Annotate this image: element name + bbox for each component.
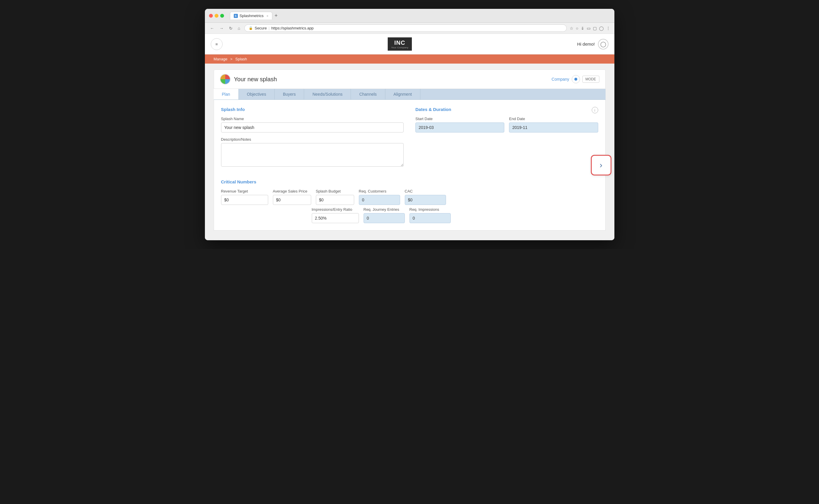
toggle-button[interactable]: [572, 75, 580, 83]
tab-plan[interactable]: Plan: [214, 89, 239, 100]
header-user-area: Hi demo! ◯: [577, 39, 608, 49]
splash-icon: [220, 74, 231, 84]
cac-label: CAC: [405, 189, 446, 193]
tab-objectives[interactable]: Objectives: [239, 89, 275, 100]
splash-budget-field: Splash Budget: [316, 189, 354, 205]
tab-close-icon[interactable]: ×: [266, 14, 268, 18]
page-controls: Company MODE: [552, 75, 599, 83]
req-journey-entries-field: Req. Journey Entries: [364, 207, 405, 223]
tab-needs-solutions-label: Needs/Solutions: [312, 92, 342, 97]
impressions-ratio-input[interactable]: [312, 213, 359, 223]
req-customers-field: Req. Customers: [359, 189, 400, 205]
tab-needs-solutions[interactable]: Needs/Solutions: [304, 89, 351, 100]
splash-budget-input[interactable]: [316, 195, 354, 205]
req-impressions-input[interactable]: [409, 213, 451, 223]
req-journey-entries-input[interactable]: [364, 213, 405, 223]
tab-channels[interactable]: Channels: [351, 89, 385, 100]
breadcrumb-manage-link[interactable]: Manage: [214, 57, 228, 61]
tab-title: Splashmetrics: [240, 14, 264, 18]
req-impressions-field: Req. Impressions: [409, 207, 451, 223]
req-customers-input[interactable]: [359, 195, 400, 205]
secure-label: Secure: [255, 26, 267, 30]
req-customers-label: Req. Customers: [359, 189, 400, 193]
breadcrumb: Manage > Splash: [205, 54, 614, 64]
active-tab[interactable]: S Splashmetrics ×: [230, 12, 272, 19]
tab-buyers-label: Buyers: [283, 92, 296, 97]
toggle-dot: [574, 78, 577, 81]
splash-info-section: Splash Info Splash Name Description/Note…: [221, 107, 404, 172]
forward-button[interactable]: →: [218, 25, 225, 31]
start-date-label: Start Date: [415, 117, 504, 121]
tab-alignment[interactable]: Alignment: [385, 89, 420, 100]
splash-name-field-group: Splash Name: [221, 117, 404, 132]
new-tab-button[interactable]: +: [275, 13, 278, 18]
dates-section: Dates & Duration Start Date End Date: [415, 107, 598, 172]
next-chevron-icon: ›: [600, 160, 602, 170]
tab-navigation: Plan Objectives Buyers Needs/Solutions C…: [214, 89, 606, 100]
page-title-area: Your new splash: [220, 74, 277, 84]
hamburger-icon: ≡: [215, 42, 218, 47]
tab-buyers[interactable]: Buyers: [275, 89, 304, 100]
address-field[interactable]: 🔒 Secure | https://splashmetrics.app: [244, 24, 567, 32]
splash-name-label: Splash Name: [221, 117, 404, 121]
extension-icon[interactable]: ○: [576, 26, 578, 31]
close-traffic-light[interactable]: [209, 14, 213, 18]
avg-sales-price-field: Average Sales Price: [273, 189, 311, 205]
download-icon[interactable]: ⇓: [581, 26, 584, 31]
user-profile-icon[interactable]: ◯: [599, 26, 604, 31]
address-divider: |: [268, 26, 269, 30]
form-container: i Splash Info Splash Name Description/No…: [214, 100, 606, 231]
tab-channels-label: Channels: [359, 92, 377, 97]
cac-field: CAC: [405, 189, 446, 205]
maximize-traffic-light[interactable]: [220, 14, 224, 18]
reload-button[interactable]: ↻: [228, 25, 234, 31]
breadcrumb-separator: >: [230, 57, 233, 61]
description-label: Description/Notes: [221, 137, 404, 142]
info-icon[interactable]: i: [592, 107, 598, 113]
main-content: Your new splash Company MODE Plan Object…: [205, 64, 614, 240]
end-date-input[interactable]: [509, 122, 598, 132]
star-icon[interactable]: ☆: [570, 26, 573, 31]
minimize-traffic-light[interactable]: [215, 14, 218, 18]
critical-numbers-section: Critical Numbers Revenue Target Average …: [221, 179, 598, 223]
lock-icon: 🔒: [249, 26, 253, 30]
splash-info-title: Splash Info: [221, 107, 404, 112]
back-button[interactable]: ←: [209, 25, 215, 31]
critical-numbers-title: Critical Numbers: [221, 179, 598, 184]
description-field-group: Description/Notes: [221, 137, 404, 168]
hamburger-menu-button[interactable]: ≡: [211, 38, 223, 50]
start-date-input[interactable]: [415, 122, 504, 132]
tab-bar: S Splashmetrics × +: [230, 12, 278, 19]
start-date-field: Start Date: [415, 117, 504, 132]
critical-numbers-row-2: Impressions/Entry Ratio Req. Journey Ent…: [221, 207, 598, 223]
cac-input[interactable]: [405, 195, 446, 205]
app-logo: INC Your Company: [388, 37, 412, 51]
description-textarea[interactable]: [221, 143, 404, 167]
browser-window: S Splashmetrics × + ← → ↻ ⌂ 🔒 Secure | h…: [205, 9, 614, 240]
form-wrapper: i Splash Info Splash Name Description/No…: [214, 100, 606, 231]
cast-icon[interactable]: ▢: [593, 26, 597, 31]
tab-objectives-label: Objectives: [247, 92, 266, 97]
req-journey-entries-label: Req. Journey Entries: [364, 207, 405, 212]
next-button-container: ›: [591, 155, 611, 175]
user-avatar-button[interactable]: ◯: [598, 39, 609, 49]
mode-button[interactable]: MODE: [582, 76, 599, 83]
splash-name-input[interactable]: [221, 122, 404, 132]
date-row: Start Date End Date: [415, 117, 598, 132]
address-url: https://splashmetrics.app: [271, 26, 314, 30]
revenue-target-input[interactable]: [221, 195, 268, 205]
splash-budget-label: Splash Budget: [316, 189, 354, 193]
tab-alignment-label: Alignment: [394, 92, 412, 97]
tab-plan-label: Plan: [222, 92, 230, 97]
menu-dots-icon[interactable]: ⋮: [606, 26, 610, 31]
revenue-target-field: Revenue Target: [221, 189, 268, 205]
impressions-ratio-label: Impressions/Entry Ratio: [312, 207, 359, 212]
avg-sales-price-label: Average Sales Price: [273, 189, 311, 193]
next-button[interactable]: ›: [591, 155, 611, 175]
home-button[interactable]: ⌂: [237, 25, 241, 31]
avg-sales-price-input[interactable]: [273, 195, 311, 205]
critical-numbers-row-1: Revenue Target Average Sales Price Splas…: [221, 189, 598, 205]
traffic-lights: [209, 14, 224, 18]
fullscreen-icon[interactable]: ▭: [587, 26, 591, 31]
page-header: Your new splash Company MODE: [214, 69, 606, 89]
